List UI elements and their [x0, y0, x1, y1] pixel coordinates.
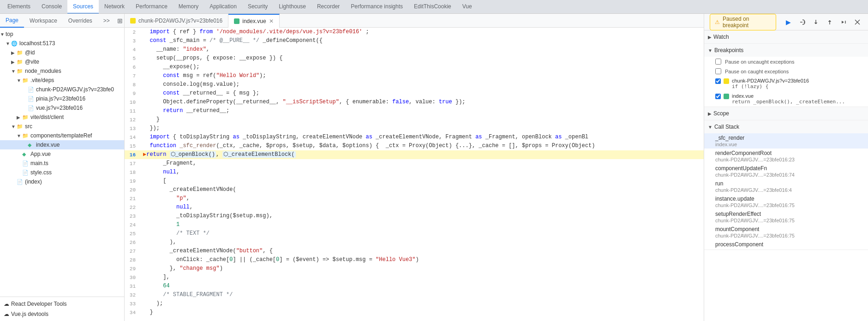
code-line-11: 11 return __returned__; [125, 107, 704, 115]
callstack-sfc-render[interactable]: _sfc_render index.vue [704, 133, 868, 149]
sidebar: Page Workspace Overrides >> ⊞ ⋮ ▼ top ▼ … [0, 14, 125, 321]
folder-icon: 📁 [17, 124, 24, 130]
tree-item-components[interactable]: ▼ 📁 components/templateRef [0, 131, 124, 140]
tab-network[interactable]: Network [99, 0, 130, 14]
tab-lighthouse[interactable]: Lighthouse [273, 0, 311, 14]
folder-icon: 📁 [22, 114, 30, 120]
editor-tab-close[interactable]: ✕ [269, 18, 274, 24]
tab-elements[interactable]: Elements [2, 0, 36, 14]
tree-item-chunk[interactable]: ▶ 📄 chunk-PD2AWGJV.js?v=23bfe0 [0, 85, 124, 94]
watch-header[interactable]: ▶ Watch [704, 30, 868, 43]
tab-sources[interactable]: Sources [67, 0, 99, 14]
tree-item-node-modules[interactable]: ▼ 📁 node_modules [0, 66, 124, 76]
file-js-icon: 📄 [28, 87, 35, 93]
tree-item-style-css[interactable]: ▶ 📄 style.css [0, 168, 124, 177]
step-button[interactable] [838, 17, 849, 28]
tree-arrow-top: ▼ [0, 32, 6, 37]
callstack-mount-component[interactable]: mountComponent chunk-PD2AWGJV....=23bfe0… [704, 225, 868, 240]
tab-vue[interactable]: Vue [457, 0, 478, 14]
tab-memory[interactable]: Memory [173, 0, 204, 14]
tree-item-vite[interactable]: ▶ 📁 @vite [0, 57, 124, 66]
code-line-12: 12 } [125, 115, 704, 124]
step-into-button[interactable] [811, 17, 821, 28]
tree-item-vite-dist[interactable]: ▶ 📁 vite/dist/client [0, 113, 124, 122]
bp-checkbox-index-vue[interactable] [715, 94, 721, 99]
tree-item-index-vue[interactable]: ▶ ◆ index.vue [0, 140, 124, 149]
tree-item-localhost[interactable]: ▼ 🌐 localhost:5173 [0, 39, 124, 48]
tab-editthiscookie[interactable]: EditThisCookie [408, 0, 457, 14]
paused-badge: ⚠ Paused on breakpoint [710, 14, 776, 30]
deactivate-breakpoints-button[interactable] [852, 17, 862, 28]
sidebar-tab-page[interactable]: Page [0, 14, 24, 28]
sidebar-tab-workspace[interactable]: Workspace [24, 14, 63, 28]
code-line-16: 16 ▶return ⬡_openBlock(), ⬡_createElemen… [125, 150, 704, 159]
code-line-7: 7 const msg = ref("Hello World"); [125, 71, 704, 80]
code-line-25: 25 /* TEXT */ [125, 229, 704, 238]
callstack-header[interactable]: ▼ Call Stack [704, 120, 868, 133]
resume-button[interactable]: ▶ [784, 17, 794, 28]
tree-item-index-html[interactable]: ▶ 📄 (index) [0, 177, 124, 186]
tree-item-vite-deps[interactable]: ▼ 📁 .vite/deps [0, 76, 124, 85]
breakpoint-item-chunk: chunk-PD2AWGJV.js?v=23bfe016 if (!lazy) … [704, 76, 868, 91]
tab-console[interactable]: Console [36, 0, 67, 14]
sidebar-sync-icon[interactable]: ⊞ [115, 16, 125, 25]
pause-uncaught-checkbox[interactable] [715, 59, 721, 65]
tree-item-src[interactable]: ▼ 📁 src [0, 122, 124, 131]
tab-performance[interactable]: Performance [130, 0, 173, 14]
code-line-34: 34 } [125, 308, 704, 317]
callstack-run[interactable]: run chunk-PD2AWGJV....=23bfe016:4 [704, 179, 868, 194]
code-line-21: 21 "p", [125, 194, 704, 203]
callstack-process-component[interactable]: processComponent [704, 240, 868, 250]
file-icon: 📄 [28, 96, 35, 102]
file-icon: 📄 [28, 105, 35, 111]
callstack-instance-update[interactable]: instance.update chunk-PD2AWGJV....=23bfe… [704, 194, 868, 209]
top-tabs: Elements Console Sources Network Perform… [0, 0, 868, 14]
code-line-10: 10 Object.defineProperty(__returned__, "… [125, 98, 704, 107]
tree-item-pinia[interactable]: ▶ 📄 pinia.js?v=23bfe016 [0, 94, 124, 103]
callstack-setup-render-effect[interactable]: setupRenderEffect chunk-PD2AWGJV....=23b… [704, 209, 868, 225]
editor-tab-index-vue[interactable]: index.vue ✕ [228, 14, 279, 28]
sidebar-tab-more[interactable]: >> [98, 14, 115, 28]
code-line-17: 17 _Fragment, [125, 159, 704, 168]
vue-file-icon [234, 18, 239, 24]
tree-arrow-vite-deps: ▼ [17, 78, 22, 83]
tree-item-app-vue[interactable]: ▶ ◆ App.vue [0, 149, 124, 159]
tree-arrow-vite-dist: ▶ [17, 115, 22, 120]
breakpoints-header[interactable]: ▼ Breakpoints [704, 44, 868, 57]
code-line-18: 18 null, [125, 168, 704, 177]
code-line-6: 6 __expose(); [125, 63, 704, 71]
code-line-27: 27 _createElementVNode("button", { [125, 247, 704, 256]
tree-item-vue-js[interactable]: ▶ 📄 vue.js?v=23bfe016 [0, 103, 124, 113]
code-editor[interactable]: 2 import { ref } from '/node_modules/.vi… [125, 28, 704, 321]
callstack-component-update-fn[interactable]: componentUpdateFn chunk-PD2AWGJV....=23b… [704, 164, 868, 179]
tree-arrow-node-modules: ▼ [11, 69, 17, 74]
tree-item-main-ts[interactable]: ▶ 📄 main.ts [0, 159, 124, 168]
tree-item-top[interactable]: ▼ top [0, 30, 124, 39]
bp-js-icon [724, 78, 729, 84]
code-line-29: 29 }, "change msg") [125, 264, 704, 273]
sidebar-react-devtools[interactable]: ☁ React Developer Tools [0, 299, 124, 309]
sidebar-vue-devtools[interactable]: ☁ Vue.js devtools [0, 309, 124, 319]
step-over-button[interactable] [797, 17, 808, 28]
code-line-2: 2 import { ref } from '/node_modules/.vi… [125, 28, 704, 36]
file-html-icon: 📄 [17, 179, 24, 185]
pause-caught-row: Pause on caught exceptions [704, 66, 868, 76]
code-line-5: 5 setup(__props, { expose: __expose }) { [125, 54, 704, 63]
code-line-3: 3 const _sfc_main = /* @__PURE__ */ _def… [125, 36, 704, 45]
tab-recorder[interactable]: Recorder [311, 0, 345, 14]
code-line-15: 15 function _sfc_render(_ctx, _cache, $p… [125, 142, 704, 150]
callstack-render-component-root[interactable]: renderComponentRoot chunk-PD2AWGJV....=2… [704, 149, 868, 164]
code-line-13: 13 }); [125, 124, 704, 133]
tab-security[interactable]: Security [242, 0, 273, 14]
pause-caught-checkbox[interactable] [715, 68, 721, 74]
bp-checkbox-chunk[interactable] [715, 78, 721, 84]
tab-performance-insights[interactable]: Performance insights [345, 0, 408, 14]
scope-header[interactable]: ▶ Scope [704, 107, 868, 120]
code-line-31: 31 64 [125, 282, 704, 291]
tree-arrow-components: ▼ [17, 133, 22, 138]
tree-item-id[interactable]: ▶ 📁 @id [0, 48, 124, 57]
sidebar-tab-overrides[interactable]: Overrides [63, 14, 98, 28]
editor-tab-chunk[interactable]: chunk-PD2AWGJV.js?v=23bfe016 [125, 14, 228, 28]
step-out-button[interactable] [825, 17, 835, 28]
tab-application[interactable]: Application [204, 0, 242, 14]
